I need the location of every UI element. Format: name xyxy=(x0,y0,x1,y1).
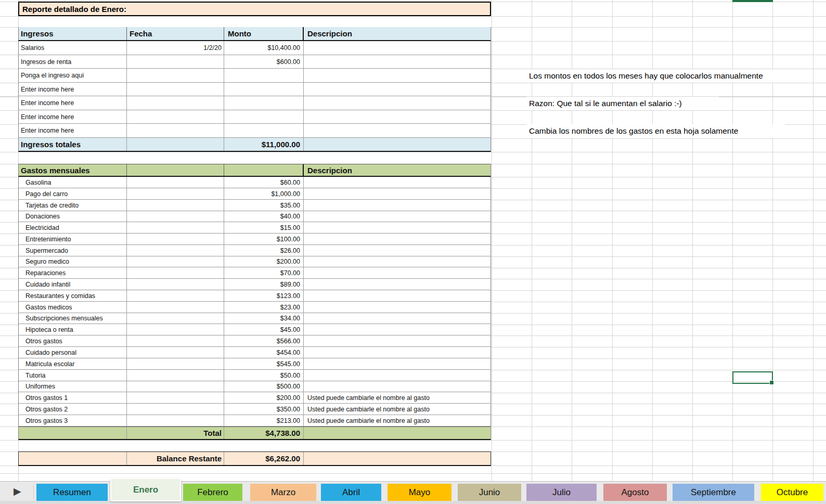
cell-amount[interactable]: $10,400.00 xyxy=(224,41,304,55)
cell-label[interactable]: Enter income here xyxy=(19,83,127,96)
cell-description[interactable] xyxy=(304,313,492,324)
tab-scroll-right-icon[interactable]: ▶ xyxy=(14,485,21,497)
cell-date[interactable] xyxy=(127,96,224,110)
cell-amount[interactable] xyxy=(224,96,304,110)
cell-description[interactable] xyxy=(304,347,492,358)
cell-label[interactable]: Otros gastos 3 xyxy=(19,415,127,426)
cell-date[interactable] xyxy=(127,69,224,82)
sheet-tab-agosto[interactable]: Agosto xyxy=(603,484,667,501)
cell-amount[interactable]: $100.00 xyxy=(224,234,304,244)
cell-blank[interactable] xyxy=(127,200,224,211)
cell-label[interactable]: Otros gastos xyxy=(19,335,127,346)
cell-description[interactable] xyxy=(304,69,492,82)
sheet-tab-octubre[interactable]: Octubre xyxy=(761,484,823,501)
cell-date[interactable] xyxy=(127,110,224,123)
cell-blank[interactable] xyxy=(19,452,127,465)
fill-handle[interactable] xyxy=(769,380,774,385)
cell-label[interactable]: Donaciones xyxy=(19,211,127,222)
cell-label[interactable]: Cuidado personal xyxy=(19,347,127,358)
cell-amount[interactable]: $545.00 xyxy=(224,358,304,369)
cell-label[interactable]: Pago del carro xyxy=(19,188,127,199)
cell-description[interactable] xyxy=(304,279,492,290)
cell-blank[interactable] xyxy=(127,392,224,403)
cell-label[interactable]: Cuidado infantil xyxy=(19,279,127,290)
cell-description[interactable]: Usted puede cambiarle el nombre al gasto xyxy=(304,404,492,415)
cell-amount[interactable]: $70.00 xyxy=(224,267,304,278)
cell-description[interactable] xyxy=(304,358,492,369)
cell-label[interactable]: Seguro medico xyxy=(19,256,127,267)
cell-blank[interactable] xyxy=(304,452,492,465)
expenses-total-amount[interactable]: $4,738.00 xyxy=(224,427,304,439)
income-total-label[interactable]: Ingresos totales xyxy=(19,138,127,151)
cell-description[interactable] xyxy=(304,211,492,222)
cell-description[interactable] xyxy=(304,110,492,123)
cell-label[interactable]: Tarjetas de credito xyxy=(19,200,127,211)
cell-amount[interactable]: $50.00 xyxy=(224,370,304,381)
cell-blank[interactable] xyxy=(127,404,224,415)
cell-amount[interactable] xyxy=(224,83,304,96)
cell-amount[interactable]: $15.00 xyxy=(224,222,304,233)
cell-amount[interactable] xyxy=(224,110,304,123)
cell-description[interactable] xyxy=(304,83,492,96)
sheet-tab-enero[interactable]: Enero xyxy=(110,478,181,501)
income-header-date[interactable]: Fecha xyxy=(127,27,224,40)
cell-description[interactable] xyxy=(304,138,492,151)
cell-label[interactable]: Hipoteca o renta xyxy=(19,324,127,335)
cell-label[interactable]: Uniformes xyxy=(19,381,127,392)
cell-amount[interactable]: $60.00 xyxy=(224,177,304,188)
balance-amount[interactable]: $6,262.00 xyxy=(224,452,304,465)
cell-label[interactable]: Electricidad xyxy=(19,222,127,233)
cell-description[interactable] xyxy=(304,177,492,188)
cell-label[interactable]: Gastos medicos xyxy=(19,302,127,313)
cell-date[interactable] xyxy=(127,124,224,137)
cell-description[interactable] xyxy=(304,41,492,55)
cell-date[interactable] xyxy=(127,83,224,96)
cell-blank[interactable] xyxy=(127,370,224,381)
cell-description[interactable] xyxy=(304,324,492,335)
cell-description[interactable] xyxy=(304,188,492,199)
cell-label[interactable]: Enter income here xyxy=(19,124,127,137)
cell-blank[interactable] xyxy=(127,358,224,369)
cell-label[interactable]: Salarios xyxy=(19,41,127,55)
cell-amount[interactable]: $45.00 xyxy=(224,324,304,335)
cell-label[interactable]: Enter income here xyxy=(19,96,127,110)
cell-blank[interactable] xyxy=(127,188,224,199)
cell-description[interactable] xyxy=(304,200,492,211)
cell-blank[interactable] xyxy=(127,302,224,313)
sheet-tab-mayo[interactable]: Mayo xyxy=(388,484,451,501)
note-salary-raise[interactable]: Razon: Que tal si le aumentan el salario… xyxy=(526,97,719,110)
cell-label[interactable]: Otros gastos 2 xyxy=(19,404,127,415)
cell-blank[interactable] xyxy=(127,415,224,426)
cell-blank[interactable] xyxy=(127,256,224,267)
cell-label[interactable]: Restaurantes y comidas xyxy=(19,290,127,301)
cell-blank[interactable] xyxy=(127,279,224,290)
cell-label[interactable]: Matricula escolar xyxy=(19,358,127,369)
cell-label[interactable]: Subscripciones mensuales xyxy=(19,313,127,324)
income-total-amount[interactable]: $11,000.00 xyxy=(224,138,304,151)
sheet-tab-febrero[interactable]: Febrero xyxy=(183,484,242,501)
cell-label[interactable]: Enter income here xyxy=(19,110,127,123)
cell-amount[interactable]: $500.00 xyxy=(224,381,304,392)
expenses-header-label[interactable]: Gastos mensuales xyxy=(19,164,127,176)
cell-amount[interactable]: $213.00 xyxy=(224,415,304,426)
cell-blank[interactable] xyxy=(127,290,224,301)
cell-blank[interactable] xyxy=(127,245,224,256)
cell-amount[interactable] xyxy=(224,69,304,82)
cell-description[interactable] xyxy=(304,55,492,68)
selected-cell-outline[interactable] xyxy=(732,371,773,384)
note-amounts-manual[interactable]: Los montos en todos los meses hay que co… xyxy=(526,69,812,83)
sheet-tab-septiembre[interactable]: Septiembre xyxy=(673,484,754,501)
cell-label[interactable]: Supermercado xyxy=(19,245,127,256)
cell-amount[interactable]: $40.00 xyxy=(224,211,304,222)
income-header-amount[interactable]: Monto xyxy=(224,27,304,40)
cell-description[interactable] xyxy=(304,245,492,256)
cell-blank[interactable] xyxy=(224,164,304,176)
cell-amount[interactable] xyxy=(224,124,304,137)
cell-label[interactable]: Ingresos de renta xyxy=(19,55,127,68)
sheet-tab-abril[interactable]: Abril xyxy=(321,484,381,501)
cell-blank[interactable] xyxy=(19,427,127,439)
cell-label[interactable]: Entretenimiento xyxy=(19,234,127,244)
cell-description[interactable] xyxy=(304,335,492,346)
cell-blank[interactable] xyxy=(127,267,224,278)
cell-amount[interactable]: $123.00 xyxy=(224,290,304,301)
